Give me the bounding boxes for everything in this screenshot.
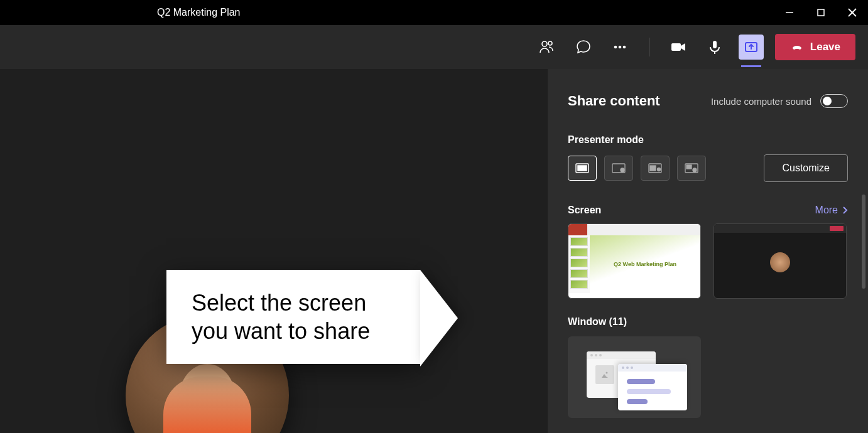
svg-rect-9 — [671, 43, 681, 51]
close-button[interactable] — [843, 3, 862, 22]
tutorial-callout: Select the screen you want to share — [166, 270, 420, 364]
presenter-mode-side-by-side[interactable] — [641, 156, 670, 181]
svg-rect-21 — [686, 165, 692, 169]
presenter-mode-standout[interactable] — [604, 156, 633, 181]
leave-label: Leave — [810, 41, 840, 53]
svg-point-7 — [618, 46, 621, 49]
include-sound-toggle[interactable] — [820, 94, 848, 108]
chat-icon[interactable] — [571, 35, 596, 60]
screen-label: Screen — [568, 205, 601, 216]
main-area: Adele Vance Select the screen you want t… — [0, 69, 868, 433]
screen-thumbnail-2[interactable] — [713, 223, 847, 299]
share-header: Share content Include computer sound — [568, 93, 848, 109]
presenter-mode-row: Customize — [568, 154, 848, 182]
include-sound-row: Include computer sound — [711, 94, 848, 108]
share-title: Share content — [568, 93, 660, 109]
svg-point-16 — [621, 168, 624, 172]
minimize-button[interactable] — [780, 3, 799, 22]
callout-line2: you want to share — [192, 317, 370, 345]
screen-section-header: Screen More — [568, 205, 848, 216]
thumb-ppt-title: Q2 Web Marketing Plan — [590, 235, 700, 293]
share-panel: Share content Include computer sound Pre… — [548, 69, 868, 433]
window-thumbnail[interactable] — [568, 336, 701, 418]
svg-point-6 — [614, 46, 617, 49]
meeting-toolbar: Leave — [0, 25, 868, 69]
svg-point-4 — [542, 41, 547, 46]
callout-line1: Select the screen — [192, 289, 370, 317]
screen-thumbnail-1[interactable]: Q2 Web Marketing Plan — [568, 223, 701, 299]
share-icon[interactable] — [739, 35, 764, 60]
titlebar: Q2 Marketing Plan — [0, 0, 868, 25]
callout-arrow — [420, 270, 458, 366]
svg-rect-10 — [713, 41, 717, 48]
presenter-mode-reporter[interactable] — [677, 156, 706, 181]
toolbar-divider — [649, 38, 649, 56]
presenter-mode-content-only[interactable] — [568, 156, 597, 181]
svg-point-19 — [658, 168, 661, 171]
include-sound-label: Include computer sound — [711, 96, 811, 107]
presenter-mode-label: Presenter mode — [568, 134, 848, 146]
more-icon[interactable] — [607, 35, 632, 60]
camera-icon[interactable] — [666, 35, 691, 60]
svg-rect-18 — [650, 166, 656, 171]
customize-button[interactable]: Customize — [764, 154, 848, 182]
meeting-title: Q2 Marketing Plan — [157, 7, 241, 18]
screen-more-link[interactable]: More — [815, 205, 848, 216]
svg-marker-23 — [602, 374, 608, 378]
svg-point-22 — [693, 168, 697, 172]
svg-point-5 — [548, 41, 552, 45]
more-label: More — [815, 205, 838, 216]
mic-icon[interactable] — [702, 35, 727, 60]
svg-rect-14 — [578, 166, 587, 171]
people-icon[interactable] — [534, 35, 560, 60]
svg-point-24 — [606, 372, 608, 374]
window-label: Window (11) — [568, 316, 848, 328]
svg-point-8 — [622, 46, 626, 49]
svg-rect-1 — [818, 9, 824, 16]
maximize-button[interactable] — [811, 3, 830, 22]
leave-button[interactable]: Leave — [775, 34, 855, 60]
panel-scrollbar[interactable] — [862, 195, 865, 289]
window-controls — [780, 3, 862, 22]
screen-thumbnails: Q2 Web Marketing Plan — [568, 223, 848, 299]
